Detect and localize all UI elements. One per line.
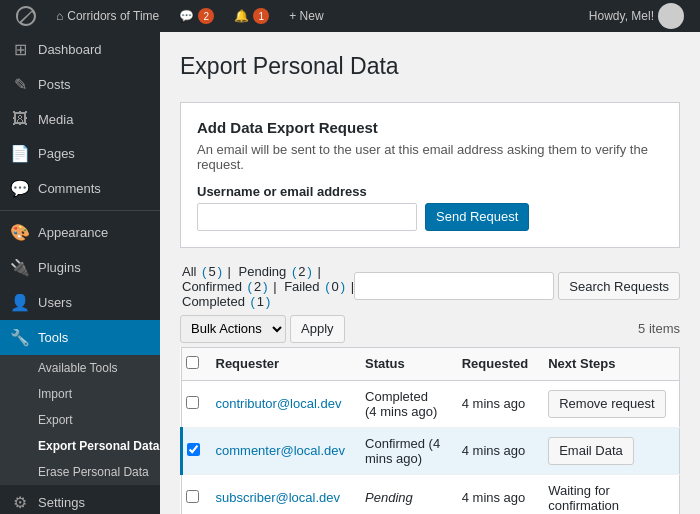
- appearance-icon: 🎨: [10, 223, 30, 242]
- status-cell: Completed (4 mins ago): [355, 380, 452, 427]
- row-checkbox[interactable]: [187, 443, 200, 456]
- comments-link[interactable]: 💬 2: [171, 8, 222, 24]
- bulk-actions-select-top[interactable]: Bulk Actions: [180, 315, 286, 343]
- search-box: Search Requests: [354, 272, 680, 300]
- next-steps-cell: Remove request: [538, 380, 679, 427]
- next-steps-button[interactable]: Email Data: [548, 437, 634, 465]
- wp-logo[interactable]: [8, 6, 44, 26]
- filter-links: All (5) | Pending (2) | Confirmed (2) | …: [180, 264, 354, 309]
- site-name[interactable]: ⌂ Corridors of Time: [48, 9, 167, 23]
- username-input[interactable]: [197, 203, 417, 231]
- sidebar-item-plugins[interactable]: 🔌Plugins: [0, 250, 160, 285]
- requester-link[interactable]: subscriber@local.dev: [216, 490, 340, 505]
- col-checkbox: [182, 347, 206, 380]
- admin-menu: ⊞Dashboard ✎Posts 🖼Media 📄Pages 💬Comment…: [0, 32, 160, 514]
- users-icon: 👤: [10, 293, 30, 312]
- requests-table: Requester Status Requested Next Steps co…: [180, 347, 680, 514]
- requested-time: 4 mins ago: [452, 427, 538, 474]
- top-bulk-bar: Bulk Actions Apply 5 items: [180, 315, 680, 343]
- filter-confirmed[interactable]: Confirmed (2): [180, 279, 268, 294]
- sidebar-item-media[interactable]: 🖼Media: [0, 102, 160, 136]
- requested-time: 4 mins ago: [452, 474, 538, 514]
- next-steps-cell: Email Data: [538, 427, 679, 474]
- status-cell: Pending: [355, 474, 452, 514]
- row-checkbox[interactable]: [186, 490, 199, 503]
- bulk-apply-button-top[interactable]: Apply: [290, 315, 345, 343]
- col-requester: Requester: [206, 347, 356, 380]
- new-content[interactable]: + New: [281, 9, 331, 23]
- status-cell: Confirmed (4 mins ago): [355, 427, 452, 474]
- page-title: Export Personal Data: [180, 52, 680, 82]
- tools-submenu: Available Tools Import Export Export Per…: [0, 355, 160, 485]
- add-request-section: Add Data Export Request An email will be…: [180, 102, 680, 248]
- sidebar-item-pages[interactable]: 📄Pages: [0, 136, 160, 171]
- sidebar-item-settings[interactable]: ⚙Settings: [0, 485, 160, 514]
- search-requests-button[interactable]: Search Requests: [558, 272, 680, 300]
- table-row: contributor@local.devCompleted (4 mins a…: [182, 380, 680, 427]
- items-count-top: 5 items: [638, 321, 680, 336]
- requester-link[interactable]: contributor@local.dev: [216, 396, 342, 411]
- sidebar-item-tools[interactable]: 🔧Tools Available Tools Import Export Exp…: [0, 320, 160, 485]
- main-content: Export Personal Data Add Data Export Req…: [160, 32, 700, 514]
- next-steps-button[interactable]: Remove request: [548, 390, 665, 418]
- howdy-user[interactable]: Howdy, Mel!: [581, 3, 692, 29]
- select-all-checkbox[interactable]: [186, 356, 199, 369]
- posts-icon: ✎: [10, 75, 30, 94]
- plugins-icon: 🔌: [10, 258, 30, 277]
- add-request-description: An email will be sent to the user at thi…: [197, 142, 663, 172]
- sidebar-item-appearance[interactable]: 🎨Appearance: [0, 215, 160, 250]
- username-field-label: Username or email address: [197, 184, 663, 199]
- sidebar-item-comments[interactable]: 💬Comments: [0, 171, 160, 206]
- filter-all[interactable]: All (5): [180, 264, 222, 279]
- submenu-import[interactable]: Import: [0, 381, 160, 407]
- next-steps-cell: Waiting for confirmation: [538, 474, 679, 514]
- col-requested: Requested: [452, 347, 538, 380]
- send-request-button[interactable]: Send Request: [425, 203, 529, 231]
- submenu-export-personal-data[interactable]: Export Personal Data: [0, 433, 160, 459]
- media-icon: 🖼: [10, 110, 30, 128]
- pages-icon: 📄: [10, 144, 30, 163]
- search-input[interactable]: [354, 272, 554, 300]
- sidebar-item-users[interactable]: 👤Users: [0, 285, 160, 320]
- requester-link[interactable]: commenter@local.dev: [216, 443, 346, 458]
- sidebar: ⊞Dashboard ✎Posts 🖼Media 📄Pages 💬Comment…: [0, 32, 160, 514]
- admin-bar: ⌂ Corridors of Time 💬 2 🔔 1 + New Howdy,…: [0, 0, 700, 32]
- col-status: Status: [355, 347, 452, 380]
- submenu-erase-personal-data[interactable]: Erase Personal Data: [0, 459, 160, 485]
- submenu-available-tools[interactable]: Available Tools: [0, 355, 160, 381]
- filter-failed[interactable]: Failed (0): [282, 279, 345, 294]
- row-checkbox[interactable]: [186, 396, 199, 409]
- filter-completed[interactable]: Completed (1): [180, 294, 270, 309]
- col-next-steps: Next Steps: [538, 347, 679, 380]
- add-request-heading: Add Data Export Request: [197, 119, 663, 136]
- filter-bar: All (5) | Pending (2) | Confirmed (2) | …: [180, 264, 680, 309]
- requested-time: 4 mins ago: [452, 380, 538, 427]
- updates-link[interactable]: 🔔 1: [226, 8, 277, 24]
- filter-pending[interactable]: Pending (2): [237, 264, 312, 279]
- sidebar-item-dashboard[interactable]: ⊞Dashboard: [0, 32, 160, 67]
- comments-icon: 💬: [10, 179, 30, 198]
- sidebar-item-posts[interactable]: ✎Posts: [0, 67, 160, 102]
- tools-icon: 🔧: [10, 328, 30, 347]
- settings-icon: ⚙: [10, 493, 30, 512]
- table-row: subscriber@local.devPending4 mins agoWai…: [182, 474, 680, 514]
- table-row: commenter@local.devConfirmed (4 mins ago…: [182, 427, 680, 474]
- submenu-export[interactable]: Export: [0, 407, 160, 433]
- dashboard-icon: ⊞: [10, 40, 30, 59]
